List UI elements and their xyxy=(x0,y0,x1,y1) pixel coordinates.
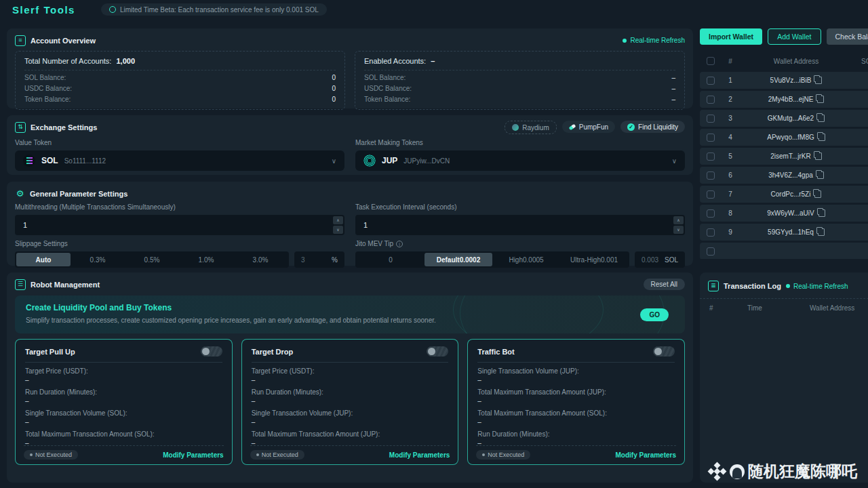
wallet-list[interactable]: 1 5Vu8Vz...iBiB 2 2My4bB...ejNE 3 GKMutg… xyxy=(700,72,868,259)
jito-option[interactable]: Ultra-High0.001 xyxy=(560,253,628,266)
jito-option[interactable]: High0.0005 xyxy=(492,253,560,266)
value-token-select[interactable]: SOL So1111...1112 ∨ xyxy=(15,150,344,171)
copy-icon[interactable] xyxy=(818,134,825,141)
market-tokens-label: Market Making Tokens xyxy=(355,139,685,146)
slippage-segmented-control: Auto 0.3% 0.5% 1.0% 3.0% xyxy=(15,251,289,268)
slippage-option[interactable]: 0.5% xyxy=(125,253,179,266)
field-label: Single Transaction Volume (JUP): xyxy=(252,409,449,417)
value-token-address: So1111...1112 xyxy=(64,157,106,165)
row-checkbox[interactable] xyxy=(707,247,715,256)
row-checkbox[interactable] xyxy=(707,171,715,180)
account-overview-panel: ≡ Account Overview Real-time Refresh Tot… xyxy=(7,28,693,108)
jito-segmented-control: 0 Default0.0002 High0.0005 Ultra-High0.0… xyxy=(355,251,629,268)
wallet-address: 59GYyd...1hEq xyxy=(768,228,814,236)
divider xyxy=(477,362,675,363)
card-title: Target Drop xyxy=(252,348,294,356)
beta-notice-text: Limited Time Beta: Each transaction serv… xyxy=(120,6,319,14)
row-checkbox[interactable] xyxy=(707,190,715,199)
copy-icon[interactable] xyxy=(818,209,825,217)
modify-parameters-link[interactable]: Modify Parameters xyxy=(616,451,676,459)
status-badge: Not Executed xyxy=(250,450,304,460)
chevron-down-icon: ∨ xyxy=(332,157,336,165)
row-checkbox[interactable] xyxy=(707,96,715,104)
select-all-checkbox[interactable] xyxy=(707,57,715,65)
decor-ring xyxy=(460,296,665,333)
jito-option-default[interactable]: Default0.0002 xyxy=(425,253,492,266)
wallet-row-clipped xyxy=(700,243,868,259)
import-wallet-button[interactable]: Import Wallet xyxy=(700,28,762,45)
raydium-button[interactable]: Raydium xyxy=(505,121,556,134)
copy-icon[interactable] xyxy=(818,115,825,122)
enabled-accounts-card: Enabled Accounts: – SOL Balance: – USDC … xyxy=(355,51,685,110)
toggle-switch[interactable] xyxy=(427,346,448,357)
copy-icon[interactable] xyxy=(815,77,822,84)
wallet-row: 1 5Vu8Vz...iBiB xyxy=(700,72,868,89)
modify-parameters-link[interactable]: Modify Parameters xyxy=(389,451,450,459)
reset-all-button[interactable]: Reset All xyxy=(644,279,685,290)
step-up-icon[interactable]: ∧ xyxy=(333,216,343,224)
field-value: – xyxy=(477,418,675,426)
watermark-text: 随机狂魔陈哪吒 xyxy=(748,461,857,482)
wallet-address: 2My4bB...ejNE xyxy=(768,96,814,103)
row-checkbox[interactable] xyxy=(707,152,715,161)
app-root: Slerf Tools Limited Time Beta: Each tran… xyxy=(0,0,868,488)
field-label: Run Duration (Minutes): xyxy=(252,388,449,396)
slippage-option[interactable]: 1.0% xyxy=(179,253,233,266)
row-checkbox[interactable] xyxy=(707,115,715,123)
row-checkbox[interactable] xyxy=(707,209,715,218)
multithreading-label: Multithreading (Multiple Transactions Si… xyxy=(15,203,344,211)
wallet-row: 6 3h4V6Z...4gpa xyxy=(700,167,868,184)
wallet-row: 2 2My4bB...ejNE xyxy=(700,91,868,108)
copy-icon[interactable] xyxy=(817,171,824,179)
card-title: Traffic Bot xyxy=(477,348,514,356)
app-logo: Slerf Tools xyxy=(12,4,75,16)
field-label: Run Duration (Minutes): xyxy=(477,430,675,438)
interval-input[interactable]: 1 ∧ ∨ xyxy=(355,215,685,235)
robot-management-panel: ☰ Robot Management Reset All Create Liqu… xyxy=(7,272,693,483)
row-checkbox[interactable] xyxy=(707,228,715,237)
field-label: Total Maximum Transaction Amount (JUP): xyxy=(252,430,449,438)
row-checkbox[interactable] xyxy=(707,134,715,142)
step-down-icon[interactable]: ∨ xyxy=(673,226,684,234)
slippage-option-auto[interactable]: Auto xyxy=(16,253,71,266)
banner-subtitle: Simplify transaction processes, create c… xyxy=(26,317,436,324)
wallet-address: GKMutg...A6e2 xyxy=(768,115,814,122)
copy-icon[interactable] xyxy=(815,152,822,160)
copy-icon[interactable] xyxy=(814,190,821,198)
transaction-log-title: Transaction Log xyxy=(724,282,781,290)
slippage-option[interactable]: 3.0% xyxy=(233,253,288,266)
wallet-address: 5Vu8Vz...iBiB xyxy=(770,77,812,84)
column-wallet-address: Wallet Address xyxy=(749,58,844,65)
pumpfun-button[interactable]: PumpFun xyxy=(562,121,615,133)
toggle-switch[interactable] xyxy=(201,346,222,357)
info-icon[interactable]: i xyxy=(396,241,403,247)
modify-parameters-link[interactable]: Modify Parameters xyxy=(163,451,223,459)
field-value: – xyxy=(477,376,675,384)
copy-icon[interactable] xyxy=(818,228,825,236)
jup-token-icon xyxy=(363,155,376,167)
row-checkbox[interactable] xyxy=(707,77,715,85)
copy-icon[interactable] xyxy=(817,96,824,103)
total-accounts-label: Total Number of Accounts: xyxy=(24,57,111,65)
go-button[interactable]: GO xyxy=(640,308,669,321)
toggle-switch[interactable] xyxy=(653,346,675,357)
column-number: # xyxy=(720,58,741,65)
wallet-address: APwyqo...fM8G xyxy=(767,134,814,141)
jito-custom-input[interactable]: 0.003 SOL xyxy=(635,251,685,268)
multithreading-input[interactable]: 1 ∧ ∨ xyxy=(15,215,344,235)
wallet-address: 3h4V6Z...4gpa xyxy=(768,171,813,179)
slippage-option[interactable]: 0.3% xyxy=(71,253,125,266)
balance-row: USDC Balance: 0 xyxy=(24,83,336,94)
add-wallet-button[interactable]: Add Wallet xyxy=(768,28,821,45)
find-liquidity-button[interactable]: ✓ Find Liquidity xyxy=(620,121,685,133)
step-down-icon[interactable]: ∨ xyxy=(333,226,343,234)
wallet-row: 8 9xW6yW...aUiV xyxy=(700,205,868,222)
jito-label: Jito MEV Tip i xyxy=(355,240,685,247)
market-token-select[interactable]: JUP JUPyiw...DvCN ∨ xyxy=(355,150,685,171)
jito-option[interactable]: 0 xyxy=(357,253,425,266)
field-label: Target Price (USDT): xyxy=(25,367,222,375)
slippage-custom-input[interactable]: 3 % xyxy=(294,251,344,268)
check-balance-button[interactable]: Check Balance xyxy=(827,28,868,45)
enabled-accounts-label: Enabled Accounts: xyxy=(364,57,426,65)
step-up-icon[interactable]: ∧ xyxy=(673,216,684,224)
